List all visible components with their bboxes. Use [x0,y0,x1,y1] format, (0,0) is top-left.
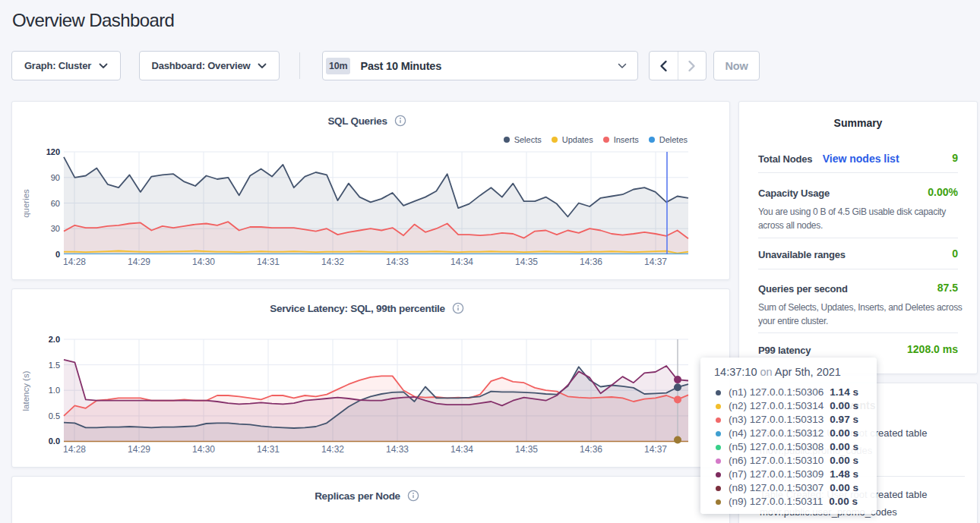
svg-text:14:29: 14:29 [128,444,150,455]
svg-text:14:33: 14:33 [386,444,409,455]
svg-text:90: 90 [51,173,60,182]
svg-text:14:37: 14:37 [644,444,667,455]
svg-text:14:33: 14:33 [386,257,409,267]
svg-text:14:28: 14:28 [63,257,86,267]
svg-text:14:34: 14:34 [450,257,473,267]
svg-text:30: 30 [51,224,60,233]
svg-text:14:36: 14:36 [580,444,602,455]
svg-text:14:31: 14:31 [257,257,280,267]
svg-text:14:35: 14:35 [515,257,538,267]
svg-text:queries: queries [21,189,30,218]
svg-text:14:35: 14:35 [515,444,538,455]
svg-text:14:31: 14:31 [257,444,280,455]
svg-text:14:29: 14:29 [128,257,150,267]
svg-text:14:32: 14:32 [321,257,344,267]
svg-text:14:28: 14:28 [63,444,86,455]
svg-text:14:30: 14:30 [192,444,215,455]
svg-text:14:37: 14:37 [644,257,667,267]
svg-text:120: 120 [46,147,60,156]
svg-text:60: 60 [51,199,60,208]
svg-text:14:30: 14:30 [192,257,215,267]
svg-text:14:36: 14:36 [580,257,602,267]
svg-text:14:32: 14:32 [321,444,344,455]
svg-text:0: 0 [55,250,60,259]
svg-text:14:34: 14:34 [450,444,473,455]
